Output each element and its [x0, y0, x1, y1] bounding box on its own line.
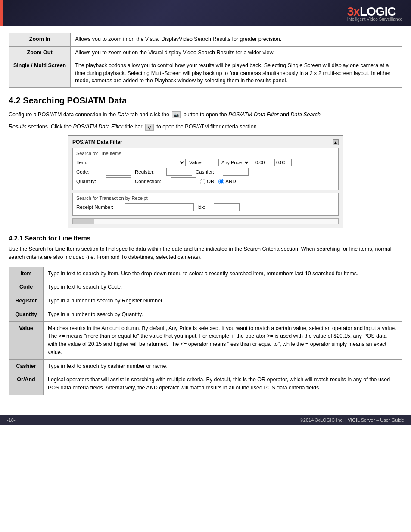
idx-input[interactable]	[214, 203, 240, 211]
zoom-in-desc: Allows you to zoom in on the Visual Disp…	[71, 33, 402, 47]
single-multi-desc: The playback options allow you to contro…	[71, 59, 402, 88]
orand-key: Or/And	[9, 373, 44, 395]
value-input1[interactable]	[254, 159, 271, 166]
page-header: 3xLOGIC Intelligent Video Surveillance	[0, 0, 411, 26]
logo-text: 3xLOGIC	[347, 5, 396, 18]
quantity-connection-row: Quantity: Connection: OR AND	[76, 177, 335, 185]
info-table: Item Type in text to search by Item. Use…	[9, 267, 402, 395]
and-radio[interactable]	[218, 179, 224, 184]
table-row: Single / Multi Screen The playback optio…	[9, 59, 402, 88]
value-input2[interactable]	[274, 159, 292, 166]
quantity-label: Quantity:	[76, 179, 102, 184]
filter-title-icon: ⋁	[145, 124, 154, 131]
table-row: Zoom In Allows you to zoom in on the Vis…	[9, 33, 402, 47]
zoom-out-desc: Allows you to zoom out on the Visual dis…	[71, 46, 402, 59]
logo-tagline: Intelligent Video Surveillance	[347, 17, 402, 22]
code-label: Code:	[76, 169, 102, 174]
code-val: Type in text to search by Code.	[44, 280, 402, 294]
scrollbar-thumb	[73, 219, 94, 224]
or-and-group: OR AND	[200, 179, 236, 184]
code-key: Code	[9, 280, 44, 294]
pos-filter-title: POS/ATM Data Filter ▲	[72, 139, 339, 145]
register-val: Type in a number to search by Register N…	[44, 294, 402, 308]
value-label: Value:	[189, 160, 215, 165]
main-content: Zoom In Allows you to zoom in on the Vis…	[0, 26, 411, 402]
data-tab-icon: 📷	[172, 111, 181, 118]
section1-title: Search for Line Items	[76, 151, 335, 156]
logo-x: x	[353, 5, 360, 18]
section-42-heading: 4.2 Searching POS/ATM Data	[9, 96, 402, 106]
zoom-in-label: Zoom In	[9, 33, 71, 47]
search-line-items-section: Search for Line Items Item: ▼ Value: Any…	[72, 148, 339, 190]
idx-label: Idx:	[197, 205, 210, 210]
register-key: Register	[9, 294, 44, 308]
item-val: Type in text to search by Item. Use the …	[44, 267, 402, 280]
collapse-button[interactable]: ▲	[333, 139, 339, 145]
table-row: Register Type in a number to search by R…	[9, 294, 402, 308]
quantity-key: Quantity	[9, 308, 44, 321]
section-421-heading: 4.2.1 Search for Line Items	[9, 234, 402, 242]
search-receipt-section: Search for Transaction by Receipt Receip…	[72, 193, 339, 216]
cashier-key: Cashier	[9, 359, 44, 373]
table-row: Cashier Type in text to search by cashie…	[9, 359, 402, 373]
footer-page: -18-	[7, 417, 16, 423]
or-option[interactable]: OR	[200, 179, 214, 184]
logo-block: 3xLOGIC Intelligent Video Surveillance	[347, 5, 402, 22]
pos-filter-wrapper: POS/ATM Data Filter ▲ Search for Line It…	[9, 135, 402, 228]
para1-text2: button to open the POS/ATM Data Filter a…	[184, 112, 321, 118]
quantity-val: Type in a number to search by Quantity.	[44, 308, 402, 321]
register-input[interactable]	[166, 168, 192, 176]
table-row: Code Type in text to search by Code.	[9, 280, 402, 294]
receipt-input[interactable]	[125, 203, 194, 211]
table-row: Quantity Type in a number to search by Q…	[9, 308, 402, 321]
pos-filter-title-text: POS/ATM Data Filter	[72, 139, 122, 145]
section-42-para1: Configure a POS/ATM data connection in t…	[9, 111, 402, 119]
table-row: Value Matches results in the Amount colu…	[9, 321, 402, 359]
and-option[interactable]: AND	[218, 179, 236, 184]
item-label: Item:	[76, 160, 102, 165]
pos-filter-box: POS/ATM Data Filter ▲ Search for Line It…	[68, 135, 343, 228]
single-multi-label: Single / Multi Screen	[9, 59, 71, 88]
header-accent	[0, 0, 3, 26]
zoom-out-label: Zoom Out	[9, 46, 71, 59]
value-key: Value	[9, 321, 44, 359]
value-val: Matches results in the Amount column. By…	[44, 321, 402, 359]
page-footer: -18- ©2014 3xLOGIC Inc. | VIGIL Server –…	[0, 415, 411, 425]
code-register-cashier-row: Code: Register: Cashier:	[76, 168, 335, 176]
logo-3: 3	[347, 5, 354, 18]
item-value-row: Item: ▼ Value: Any Price	[76, 159, 335, 166]
quantity-input[interactable]	[106, 177, 131, 185]
orand-val: Logical operators that will assist in se…	[44, 373, 402, 395]
table-row: Zoom Out Allows you to zoom out on the V…	[9, 46, 402, 59]
para1-text: Configure a POS/ATM data connection in t…	[9, 112, 171, 118]
table-row: Or/And Logical operators that will assis…	[9, 373, 402, 395]
and-label: AND	[225, 179, 236, 184]
logo-container: 3xLOGIC Intelligent Video Surveillance	[347, 5, 402, 22]
footer-copy: ©2014 3xLOGIC Inc. | VIGIL Server – User…	[300, 417, 404, 423]
para2-text2: to open the POS/ATM filter criteria sect…	[156, 124, 258, 130]
any-price-select[interactable]: Any Price	[218, 159, 250, 166]
receipt-label: Receipt Number:	[76, 205, 121, 210]
cashier-val: Type in text to search by cashier number…	[44, 359, 402, 373]
connection-label: Connection:	[135, 179, 167, 184]
para2-text1: Results sections. Click the POS/ATM Data…	[9, 124, 144, 130]
connection-input[interactable]	[171, 177, 196, 185]
section-42-para2: Results sections. Click the POS/ATM Data…	[9, 123, 402, 131]
cashier-label: Cashier:	[196, 169, 219, 174]
receipt-row: Receipt Number: Idx:	[76, 203, 335, 211]
item-input[interactable]	[106, 159, 174, 166]
horizontal-scrollbar[interactable]	[72, 218, 339, 224]
item-key: Item	[9, 267, 44, 280]
code-input[interactable]	[106, 168, 131, 176]
or-radio[interactable]	[200, 179, 206, 184]
logo-logic: LOGIC	[360, 5, 396, 18]
or-label: OR	[207, 179, 214, 184]
item-dropdown[interactable]: ▼	[178, 159, 186, 166]
table-row: Item Type in text to search by Item. Use…	[9, 267, 402, 280]
section-421-para: Use the Search for Line Items section to…	[9, 245, 402, 261]
register-label: Register:	[135, 169, 163, 174]
section2-title: Search for Transaction by Receipt	[76, 196, 335, 201]
doc-table: Zoom In Allows you to zoom in on the Vis…	[9, 33, 402, 88]
cashier-input[interactable]	[223, 168, 249, 176]
